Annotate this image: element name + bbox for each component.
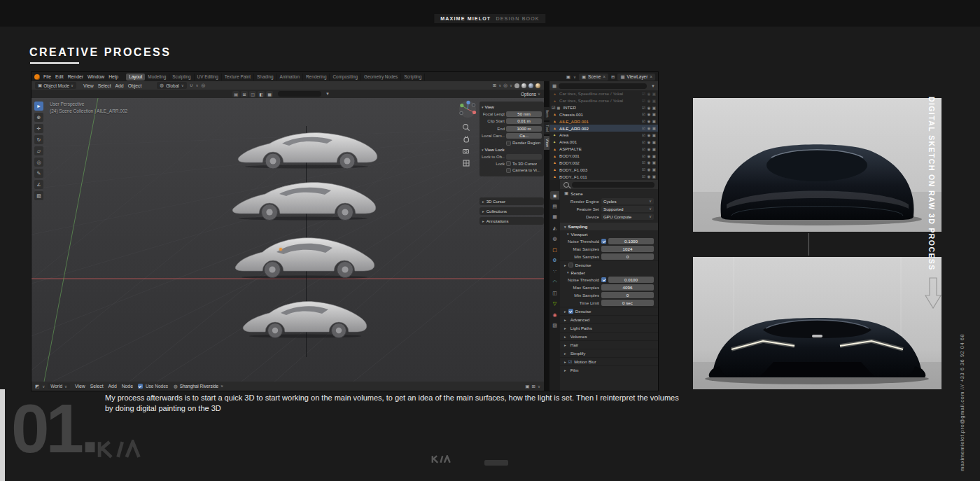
wireframe-shading-button[interactable] — [514, 83, 519, 88]
properties-search-input[interactable] — [572, 182, 654, 188]
viewport-canvas[interactable]: ►⊕✛↻▱◎✎∠▧ User Perspective (24) Scene Co… — [31, 98, 544, 382]
use-nodes-checkbox[interactable] — [138, 384, 143, 389]
viewport-menu-item[interactable]: Select — [96, 83, 113, 88]
hide-render-toggle[interactable]: ▣ — [652, 147, 656, 151]
viewport-tool-button[interactable]: ▱ — [34, 146, 43, 155]
browse-scene-icon[interactable]: ▣ — [566, 74, 570, 80]
properties-tab[interactable]: ▤ — [550, 202, 559, 211]
hide-viewport-toggle[interactable]: ◉ — [647, 167, 650, 172]
selectable-toggle[interactable]: ☑ — [642, 147, 645, 151]
viewport-tool-button[interactable]: ✎ — [34, 169, 43, 178]
properties-tab[interactable]: ▦ — [550, 213, 559, 221]
hide-viewport-toggle[interactable]: ◉ — [647, 140, 650, 144]
properties-tab[interactable]: ▽ — [550, 300, 559, 308]
shader-menu-item[interactable]: Add — [106, 384, 119, 389]
sidebar-panel-collapsed[interactable]: Annotations — [479, 217, 544, 225]
filter-funnel-icon[interactable]: ▼ — [326, 92, 330, 96]
close-icon[interactable]: × — [650, 74, 652, 79]
outliner-row[interactable]: AILE_ARR.001 ☑ ◉ ▣ — [550, 118, 658, 125]
editor-type-icon[interactable]: ◩ — [35, 384, 39, 389]
viewport-tool-button[interactable]: ◎ — [34, 158, 43, 167]
sidebar-panel-collapsed[interactable]: Collections — [479, 207, 544, 215]
dropdown-field[interactable]: Supported ∨ — [601, 206, 654, 212]
properties-section-collapsed[interactable]: Simplify — [560, 349, 658, 357]
filter-funnel-icon[interactable]: ▼ — [651, 84, 655, 88]
denoise-checkbox[interactable] — [568, 263, 573, 267]
hide-render-toggle[interactable]: ▣ — [652, 167, 656, 172]
properties-tab[interactable]: ▨ — [550, 321, 559, 330]
properties-tab[interactable]: ▢ — [550, 246, 559, 254]
selectable-toggle[interactable]: ☑ — [642, 106, 645, 110]
properties-tab[interactable]: ◙ — [550, 191, 559, 200]
min-samples-value[interactable]: 0 — [601, 253, 654, 260]
noise-threshold-checkbox[interactable] — [601, 277, 606, 282]
viewport-menu-item[interactable]: View — [81, 83, 96, 88]
selectable-toggle[interactable]: ☑ — [642, 112, 645, 116]
properties-section-collapsed[interactable]: Advanced — [560, 315, 658, 323]
hide-render-toggle[interactable]: ▣ — [652, 174, 656, 179]
object-name[interactable]: BODY_F1.003 — [559, 167, 640, 172]
view-toggle-button[interactable]: ▤ — [232, 91, 239, 97]
ortho-grid-icon[interactable] — [462, 159, 470, 167]
hide-viewport-toggle[interactable]: ◉ — [647, 147, 650, 151]
outliner-row[interactable]: BODY.001 ☑ ◉ ▣ — [550, 153, 658, 160]
max-samples-value[interactable]: 1024 — [601, 246, 654, 252]
viewport-tool-button[interactable]: ► — [34, 102, 43, 111]
workspace-tab[interactable]: Modeling — [145, 74, 169, 81]
hide-render-toggle[interactable]: ▣ — [652, 112, 656, 116]
outliner-row[interactable]: Car tires, Speedline corse / Yokal ☑ ◉ ▣ — [550, 90, 658, 97]
hide-viewport-toggle[interactable]: ◉ — [647, 92, 650, 96]
denoise-checkbox[interactable] — [568, 309, 573, 314]
outliner-row[interactable]: BODY.002 ☑ ◉ ▣ — [550, 159, 658, 166]
selectable-toggle[interactable]: ☑ — [642, 167, 645, 172]
proportional-edit-icon[interactable]: ◎ — [202, 83, 206, 88]
workspace-tab[interactable]: UV Editing — [195, 74, 222, 81]
field-value[interactable]: Ca... — [506, 133, 542, 139]
properties-section-collapsed[interactable]: Volumes — [560, 332, 658, 340]
time-limit-value[interactable]: 0 sec — [601, 300, 654, 306]
noise-threshold-value[interactable]: 0.0100 — [608, 277, 654, 283]
gizmos-dropdown-icon[interactable]: ⊞ — [493, 83, 496, 88]
orientation-dropdown[interactable]: ◍ Global ∨ — [157, 82, 187, 89]
hide-viewport-toggle[interactable]: ◉ — [647, 119, 650, 123]
grid-icon[interactable]: ⊞ — [532, 384, 536, 389]
object-name[interactable]: Area — [559, 132, 640, 137]
properties-tab[interactable]: ⚙ — [550, 256, 559, 265]
hide-render-toggle[interactable]: ▣ — [652, 92, 656, 96]
view-toggle-button[interactable]: ◧ — [258, 91, 265, 97]
outliner-row[interactable]: Car tires, Speedline corse / Yokal ☑ ◉ ▣ — [550, 97, 658, 104]
outliner-filter-icon[interactable]: ▦ — [552, 83, 556, 89]
selectable-toggle[interactable]: ☑ — [642, 133, 645, 137]
object-name[interactable]: Car tires, Speedline corse / Yokal — [559, 98, 640, 103]
camera-to-view-checkbox[interactable] — [506, 168, 511, 173]
properties-tab[interactable]: ◭ — [550, 224, 559, 232]
scene-selector[interactable]: ▣ Scene × — [579, 74, 608, 81]
hide-viewport-toggle[interactable]: ◉ — [647, 99, 650, 103]
section-checkbox[interactable]: ☑ — [568, 359, 572, 364]
view-toggle-button[interactable]: ◫ — [249, 91, 256, 97]
view-layer-icon[interactable]: ⊞ — [611, 74, 615, 80]
outliner-row[interactable]: AILE_ARR.002 ☑ ◉ ▣ — [550, 125, 658, 132]
hide-render-toggle[interactable]: ▣ — [652, 140, 656, 144]
solid-shading-button[interactable] — [522, 83, 526, 88]
render-region-checkbox[interactable] — [506, 141, 511, 146]
view-panel-header[interactable]: View — [482, 104, 542, 109]
viewport-tool-button[interactable]: ⊕ — [34, 113, 43, 122]
view-toggle-button[interactable]: ⊞ — [241, 91, 248, 97]
outliner-row[interactable]: BODY_F1.003 ☑ ◉ ▣ — [550, 166, 658, 173]
hide-render-toggle[interactable]: ▣ — [652, 106, 656, 110]
workspace-tab[interactable]: Shading — [254, 74, 276, 81]
workspace-tab[interactable]: Geometry Nodes — [361, 74, 401, 81]
menubar-item[interactable]: Render — [66, 74, 85, 79]
view-toggle-button[interactable]: ▦ — [266, 91, 273, 97]
workspace-tab[interactable]: Texture Paint — [222, 74, 254, 81]
viewport-tool-button[interactable]: ✛ — [34, 124, 43, 133]
workspace-tab[interactable]: Compositing — [330, 74, 361, 81]
viewport-tool-button[interactable]: ▧ — [34, 191, 43, 200]
workspace-tab[interactable]: Scripting — [401, 74, 425, 81]
chevron-down-icon[interactable]: ∨ — [196, 83, 199, 88]
render-subsection-header[interactable]: Render — [560, 269, 658, 276]
chevron-down-icon[interactable]: ∨ — [498, 83, 501, 88]
field-value[interactable]: 0.01 m — [506, 118, 542, 124]
rendered-shading-button[interactable] — [536, 83, 540, 88]
